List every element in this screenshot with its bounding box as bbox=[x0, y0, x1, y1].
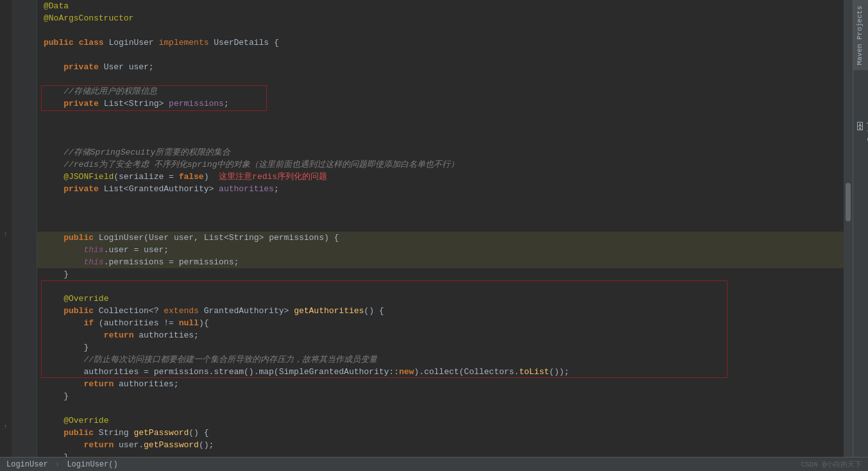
line-content-16: private List<GrantedAuthority> authoriti… bbox=[37, 183, 844, 195]
line-content-24 bbox=[37, 280, 844, 293]
line-num-13 bbox=[12, 146, 37, 158]
line-content-22: this.permissions = permissions; bbox=[37, 256, 844, 268]
gutter-cell-22 bbox=[0, 252, 12, 264]
line-num-2 bbox=[12, 12, 37, 24]
line-content-7 bbox=[37, 73, 844, 85]
line-num-9 bbox=[12, 98, 37, 110]
code-line-27: if (authorities != null){ bbox=[12, 317, 844, 329]
gutter-cell-10 bbox=[0, 108, 12, 121]
code-line-34 bbox=[12, 402, 844, 415]
left-gutter: ↑ ↑ bbox=[0, 0, 12, 457]
code-line-3 bbox=[12, 24, 844, 37]
line-content-37: return user.getPassword(); bbox=[37, 439, 844, 451]
line-num-16 bbox=[12, 183, 37, 195]
code-scroll[interactable]: @Data @NoArgsConstructor public class Lo… bbox=[12, 0, 844, 457]
code-line-36: public String getPassword() { bbox=[12, 427, 844, 439]
gutter-cell-27 bbox=[0, 313, 12, 325]
line-content-38: } bbox=[37, 451, 844, 457]
code-line-26: public Collection<? extends GrantedAutho… bbox=[12, 305, 844, 317]
line-num-1 bbox=[12, 0, 37, 12]
line-num-34 bbox=[12, 402, 37, 415]
line-num-18 bbox=[12, 207, 37, 219]
gutter-arrow-up-2[interactable]: ↑ bbox=[0, 421, 12, 433]
code-line-32: return authorities; bbox=[12, 378, 844, 390]
line-content-6: private User user; bbox=[37, 61, 844, 73]
gutter-cell-33 bbox=[0, 385, 12, 397]
line-num-28 bbox=[12, 329, 37, 341]
code-line-28: return authorities; bbox=[12, 329, 844, 341]
line-num-3 bbox=[12, 24, 37, 37]
line-content-2: @NoArgsConstructor bbox=[37, 12, 844, 24]
code-line-9: private List<String> permissions; bbox=[12, 98, 844, 110]
breadcrumb: LoginUser › LoginUser() bbox=[6, 460, 118, 469]
breadcrumb-class[interactable]: LoginUser bbox=[6, 460, 48, 469]
code-editor: @Data @NoArgsConstructor public class Lo… bbox=[12, 0, 844, 457]
line-num-22 bbox=[12, 256, 37, 268]
line-content-32: return authorities; bbox=[37, 378, 844, 390]
line-num-10 bbox=[12, 110, 37, 122]
gutter-cell-37 bbox=[0, 432, 12, 445]
gutter-cell-12 bbox=[0, 132, 12, 144]
code-line-12 bbox=[12, 134, 844, 146]
gutter-cell-24 bbox=[0, 277, 12, 289]
code-line-11 bbox=[12, 122, 844, 134]
gutter-cell-5 bbox=[0, 48, 12, 60]
gutter-cell-16 bbox=[0, 180, 12, 193]
code-line-19 bbox=[12, 219, 844, 232]
line-content-28: return authorities; bbox=[37, 329, 844, 341]
gutter-cell-26 bbox=[0, 300, 12, 313]
gutter-cell-28 bbox=[0, 325, 12, 337]
line-num-20 bbox=[12, 232, 37, 244]
gutter-cell-6 bbox=[0, 60, 12, 73]
gutter-arrow-up-1[interactable]: ↑ bbox=[0, 228, 12, 241]
line-num-30 bbox=[12, 354, 37, 366]
csdn-watermark: CSDN @小白的天下 bbox=[801, 459, 862, 469]
code-line-35: @Override bbox=[12, 415, 844, 427]
code-line-15: @JSONField(serialize = false) 这里注意redis序… bbox=[12, 171, 844, 183]
code-line-4: public class LoginUser implements UserDe… bbox=[12, 37, 844, 49]
line-content-33: } bbox=[37, 390, 844, 402]
gutter-cell-2 bbox=[0, 12, 12, 24]
code-line-7 bbox=[12, 73, 844, 85]
line-num-33 bbox=[12, 390, 37, 402]
gutter-cell-14 bbox=[0, 157, 12, 169]
line-num-21 bbox=[12, 244, 37, 256]
line-num-6 bbox=[12, 61, 37, 73]
code-line-22: this.permissions = permissions; bbox=[12, 256, 844, 268]
code-line-21: this.user = user; bbox=[12, 244, 844, 256]
line-content-23: } bbox=[37, 268, 844, 280]
database-tab[interactable]: 🗄 Database bbox=[853, 102, 868, 146]
line-num-14 bbox=[12, 158, 37, 171]
gutter-cell-30 bbox=[0, 348, 12, 361]
gutter-cell-35 bbox=[0, 409, 12, 421]
code-line-31: authorities = permissions.stream().map(S… bbox=[12, 366, 844, 378]
line-num-23 bbox=[12, 268, 37, 280]
scrollbar-thumb[interactable] bbox=[846, 183, 851, 221]
line-num-17 bbox=[12, 195, 37, 207]
line-num-5 bbox=[12, 49, 37, 61]
maven-projects-tab[interactable]: Maven Projects bbox=[853, 0, 868, 70]
gutter-cell-23 bbox=[0, 264, 12, 277]
line-content-15: @JSONField(serialize = false) 这里注意redis序… bbox=[37, 171, 844, 183]
line-num-26 bbox=[12, 305, 37, 317]
line-content-36: public String getPassword() { bbox=[37, 427, 844, 439]
code-line-20: public LoginUser(User user, List<String>… bbox=[12, 232, 844, 244]
line-content-17 bbox=[37, 195, 844, 207]
line-content-30: //防止每次访问接口都要创建一个集合所导致的内存压力，故将其当作成员变量 bbox=[37, 354, 844, 366]
vertical-scrollbar[interactable] bbox=[844, 0, 853, 457]
line-content-5 bbox=[37, 49, 844, 61]
code-line-23: } bbox=[12, 268, 844, 280]
line-num-19 bbox=[12, 219, 37, 232]
gutter-cell-1 bbox=[0, 0, 12, 12]
line-content-12 bbox=[37, 134, 844, 146]
line-num-31 bbox=[12, 366, 37, 378]
gutter-cell-11 bbox=[0, 120, 12, 132]
line-content-11 bbox=[37, 122, 844, 134]
line-content-29: } bbox=[37, 341, 844, 354]
main-area: ↑ ↑ @Data @No bbox=[0, 0, 868, 457]
line-content-13: //存储SpringSecuity所需要的权限的集合 bbox=[37, 146, 844, 158]
line-num-29 bbox=[12, 341, 37, 354]
breadcrumb-method[interactable]: LoginUser() bbox=[67, 460, 117, 469]
breadcrumb-separator-1: › bbox=[55, 460, 64, 469]
code-line-24 bbox=[12, 280, 844, 293]
